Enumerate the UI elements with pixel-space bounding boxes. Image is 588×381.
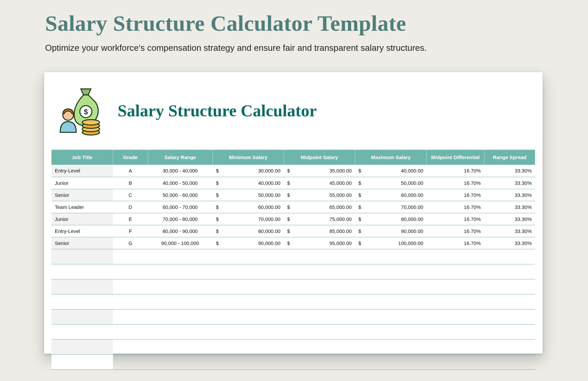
cell-max-salary: $40,000.00 (355, 165, 427, 177)
cell-mid-salary: $55,000.00 (284, 189, 355, 201)
svg-text:$: $ (84, 108, 88, 116)
cell-grade: E (113, 213, 148, 225)
svg-point-6 (82, 120, 100, 125)
cell-grade: B (113, 177, 148, 189)
col-range-spread: Range Spread (484, 150, 535, 165)
template-card: $ Salary Structure Calculator Job Title (44, 72, 543, 354)
cell-range-spread: 33.30% (484, 201, 535, 213)
cell-max-salary: $60,000.00 (355, 189, 427, 201)
col-job-title: Job Title (51, 150, 113, 165)
cell-mid-salary: $75,000.00 (284, 213, 355, 225)
cell-max-salary: $90,000.00 (355, 225, 427, 237)
cell-salary-range: 60,000 - 70,000 (148, 201, 212, 213)
page-subtitle: Optimize your workforce's compensation s… (45, 43, 427, 53)
cell-range-spread: 33.30% (484, 225, 535, 237)
money-bag-person-coins-icon: $ (57, 86, 108, 136)
cell-mid-salary: $45,000.00 (284, 177, 355, 189)
cell-mid-diff: 16.70% (427, 213, 484, 225)
card-title: Salary Structure Calculator (118, 101, 317, 120)
cell-mid-diff: 16.70% (427, 177, 484, 189)
cell-job-title: Senior (51, 189, 113, 201)
table-row: Entry-LevelF80,000 - 90,000$80,000.00$85… (51, 225, 535, 237)
cell-salary-range: 70,000 - 80,000 (148, 213, 212, 225)
col-grade: Grade (113, 150, 148, 165)
cell-range-spread: 33.30% (484, 213, 535, 225)
cell-min-salary: $80,000.00 (212, 225, 284, 237)
col-mid-diff: Midpoint Differential (427, 150, 484, 165)
col-salary-range: Salary Range (148, 150, 212, 165)
cell-range-spread: 33.30% (484, 177, 535, 189)
cell-mid-salary: $95,000.00 (284, 237, 355, 249)
cell-min-salary: $50,000.00 (212, 189, 284, 201)
table-row: Entry-LevelA30,000 - 40,000$30,000.00$35… (51, 165, 535, 177)
cell-range-spread: 33.30% (484, 189, 535, 201)
table-row: SeniorG90,000 - 100,000$90,000.00$95,000… (51, 237, 535, 249)
cell-min-salary: $60,000.00 (212, 201, 284, 213)
table-row-empty (51, 279, 535, 294)
cell-mid-diff: 16.70% (427, 189, 484, 201)
cell-job-title: Junior (51, 177, 113, 189)
table-row-empty (51, 264, 535, 279)
table-row: JuniorB40,000 - 50,000$40,000.00$45,000.… (51, 177, 535, 189)
cell-grade: G (113, 237, 148, 249)
cell-mid-salary: $85,000.00 (284, 225, 355, 237)
cell-min-salary: $70,000.00 (212, 213, 284, 225)
cell-mid-diff: 16.70% (427, 165, 484, 177)
cell-range-spread: 33.30% (484, 237, 535, 249)
cell-range-spread: 33.30% (484, 165, 535, 177)
cell-mid-diff: 16.70% (427, 225, 484, 237)
cell-salary-range: 90,000 - 100,000 (148, 237, 212, 249)
table-row-empty (51, 294, 535, 309)
table-row-empty (51, 354, 535, 369)
cell-job-title: Team Leader (51, 201, 113, 213)
cell-max-salary: $100,000.00 (355, 237, 427, 249)
cell-min-salary: $30,000.00 (212, 165, 284, 177)
cell-grade: F (113, 225, 148, 237)
page-title: Salary Structure Calculator Template (45, 11, 406, 36)
cell-grade: D (113, 201, 148, 213)
table-row: SeniorC50,000 - 60,000$50,000.00$55,000.… (51, 189, 535, 201)
cell-job-title: Senior (51, 237, 113, 249)
cell-job-title: Junior (51, 213, 113, 225)
table-row: Team LeaderD60,000 - 70,000$60,000.00$65… (51, 201, 535, 213)
table-row-empty (51, 249, 535, 264)
table-row-empty (51, 324, 535, 339)
cell-max-salary: $70,000.00 (355, 201, 427, 213)
col-max-salary: Maximum Salary (355, 150, 427, 165)
col-mid-salary: Midpoint Salary (284, 150, 355, 165)
cell-job-title: Entry-Level (51, 165, 113, 177)
cell-min-salary: $40,000.00 (212, 177, 284, 189)
cell-grade: C (113, 189, 148, 201)
cell-max-salary: $50,000.00 (355, 177, 427, 189)
cell-grade: A (113, 165, 148, 177)
cell-min-salary: $90,000.00 (212, 237, 284, 249)
table-header-row: Job Title Grade Salary Range Minimum Sal… (51, 150, 535, 165)
cell-mid-diff: 16.70% (427, 201, 484, 213)
table-row: JuniorE70,000 - 80,000$70,000.00$75,000.… (51, 213, 535, 225)
cell-salary-range: 80,000 - 90,000 (148, 225, 212, 237)
table-row-empty (51, 309, 535, 324)
cell-mid-salary: $35,000.00 (284, 165, 355, 177)
col-min-salary: Minimum Salary (212, 150, 284, 165)
salary-table: Job Title Grade Salary Range Minimum Sal… (51, 150, 535, 370)
cell-job-title: Entry-Level (51, 225, 113, 237)
table-row-empty (51, 339, 535, 354)
cell-salary-range: 40,000 - 50,000 (148, 177, 212, 189)
cell-max-salary: $80,000.00 (355, 213, 427, 225)
cell-salary-range: 50,000 - 60,000 (148, 189, 212, 201)
cell-salary-range: 30,000 - 40,000 (148, 165, 212, 177)
cell-mid-diff: 16.70% (427, 237, 484, 249)
cell-mid-salary: $65,000.00 (284, 201, 355, 213)
